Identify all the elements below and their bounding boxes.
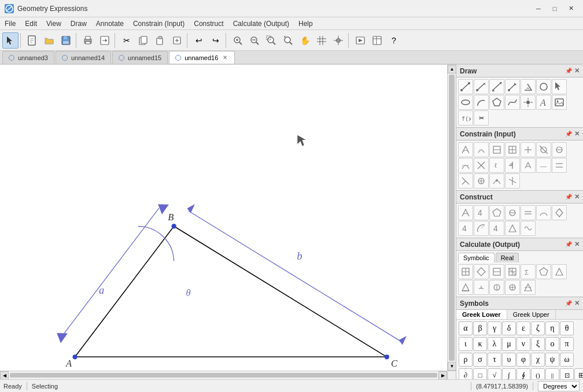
- constrain-tool-5[interactable]: [521, 142, 536, 157]
- toolbar-open[interactable]: [41, 32, 57, 49]
- construct-tool-6[interactable]: [536, 205, 551, 220]
- maximize-button[interactable]: □: [547, 3, 562, 14]
- sym-parens[interactable]: (): [531, 368, 545, 379]
- calc-tool-12[interactable]: [521, 280, 536, 295]
- sym-tau[interactable]: τ: [488, 353, 501, 367]
- sym-rho[interactable]: ρ: [459, 353, 473, 367]
- calc-tool-8[interactable]: [458, 280, 473, 295]
- toolbar-undo[interactable]: ↩: [191, 32, 207, 49]
- construct-tool-8[interactable]: 4: [458, 221, 473, 236]
- calculate-panel-pin[interactable]: 📌: [565, 241, 572, 247]
- sym-phi[interactable]: φ: [516, 353, 530, 367]
- draw-tool-ray[interactable]: [474, 79, 489, 94]
- sym-xi[interactable]: ξ: [531, 337, 545, 351]
- menu-edit[interactable]: Edit: [20, 17, 42, 29]
- calc-tool-5[interactable]: Σ: [521, 264, 536, 279]
- draw-tool-angle[interactable]: [521, 79, 536, 94]
- draw-tool-segment[interactable]: [458, 79, 473, 94]
- sym-sigma[interactable]: σ: [473, 353, 487, 367]
- constrain-tool-15[interactable]: [458, 173, 473, 188]
- sym-delta[interactable]: δ: [502, 321, 516, 335]
- sym-tab-greek-upper[interactable]: Greek Upper: [507, 310, 556, 319]
- constrain-panel-close[interactable]: ✕: [574, 130, 580, 138]
- sym-iota[interactable]: ι: [459, 337, 473, 351]
- sym-psi[interactable]: ψ: [545, 353, 559, 367]
- calc-tool-4[interactable]: [505, 264, 520, 279]
- construct-tool-10[interactable]: 4: [489, 221, 504, 236]
- sym-omega[interactable]: ω: [560, 353, 574, 367]
- symbols-panel-pin[interactable]: 📌: [565, 300, 572, 306]
- construct-tool-12[interactable]: [521, 221, 536, 236]
- draw-panel-pin[interactable]: 📌: [565, 68, 572, 74]
- draw-tool-vector[interactable]: [505, 79, 520, 94]
- tab-unnamed3[interactable]: unnamed3: [2, 51, 54, 64]
- draw-tool-point[interactable]: [521, 95, 536, 110]
- draw-tool-circle[interactable]: [536, 79, 551, 94]
- toolbar-select[interactable]: [2, 32, 19, 49]
- menu-annotate[interactable]: Annotate: [91, 17, 128, 29]
- constrain-tool-8[interactable]: [458, 158, 473, 173]
- calc-tool-9[interactable]: [474, 280, 489, 295]
- calc-tool-10[interactable]: [489, 280, 504, 295]
- constrain-tool-14[interactable]: [552, 158, 567, 173]
- symbols-panel-close[interactable]: ✕: [574, 299, 580, 307]
- toolbar-grid[interactable]: [313, 32, 330, 49]
- sym-matrix[interactable]: ⊡: [560, 368, 574, 379]
- menu-help[interactable]: Help: [294, 17, 318, 29]
- draw-tool-spline[interactable]: [505, 95, 520, 110]
- menu-constrain[interactable]: Constrain (Input): [128, 17, 189, 29]
- constrain-tool-1[interactable]: [458, 142, 473, 157]
- menu-calculate[interactable]: Calculate (Output): [228, 17, 294, 29]
- draw-tool-image[interactable]: [552, 95, 567, 110]
- sym-mu[interactable]: μ: [502, 337, 516, 351]
- sym-square[interactable]: □: [473, 368, 487, 379]
- tab-unnamed16[interactable]: unnamed16 ✕: [169, 51, 235, 64]
- calc-tool-2[interactable]: [474, 264, 489, 279]
- draw-tool-text[interactable]: A: [536, 95, 551, 110]
- construct-panel-pin[interactable]: 📌: [565, 194, 572, 200]
- draw-panel-close[interactable]: ✕: [574, 67, 580, 75]
- constrain-tool-17[interactable]: [489, 173, 504, 188]
- scroll-right-arrow[interactable]: ▶: [438, 371, 447, 380]
- draw-tool-poly[interactable]: [489, 95, 504, 110]
- draw-tool-line[interactable]: [489, 79, 504, 94]
- toolbar-export[interactable]: [97, 32, 113, 49]
- toolbar-new[interactable]: [24, 32, 40, 49]
- sym-contour[interactable]: ∮: [516, 368, 530, 379]
- constrain-tool-13[interactable]: —: [536, 158, 551, 173]
- construct-tool-9[interactable]: [474, 221, 489, 236]
- calc-tab-symbolic[interactable]: Symbolic: [458, 253, 495, 262]
- menu-view[interactable]: View: [42, 17, 66, 29]
- toolbar-snap[interactable]: [330, 32, 346, 49]
- draw-tool-function[interactable]: f(x): [458, 110, 473, 125]
- toolbar-cut[interactable]: ✂: [119, 32, 135, 49]
- draw-tool-arrow[interactable]: [552, 79, 567, 94]
- geometry-canvas[interactable]: A B C a b θ: [0, 65, 456, 379]
- toolbar-animate[interactable]: [352, 32, 368, 49]
- toolbar-save[interactable]: [58, 32, 74, 49]
- scroll-down-arrow[interactable]: ▼: [448, 362, 456, 371]
- sym-partial[interactable]: ∂: [459, 368, 473, 379]
- menu-draw[interactable]: Draw: [66, 17, 91, 29]
- scrollbar-vertical[interactable]: ▲ ▼: [447, 65, 456, 371]
- sym-epsilon[interactable]: ε: [516, 321, 530, 335]
- scroll-thumb-y[interactable]: [449, 75, 455, 361]
- sym-sqrt[interactable]: √: [488, 368, 501, 379]
- menu-file[interactable]: File: [0, 17, 20, 29]
- construct-tool-11[interactable]: [505, 221, 520, 236]
- scroll-thumb-x[interactable]: [10, 373, 437, 378]
- scroll-up-arrow[interactable]: ▲: [448, 65, 456, 73]
- toolbar-pan[interactable]: ✋: [297, 32, 313, 49]
- constrain-tool-6[interactable]: [536, 142, 551, 157]
- toolbar-zoom-out[interactable]: [246, 32, 263, 49]
- toolbar-special[interactable]: [169, 32, 185, 49]
- tab-unnamed14[interactable]: unnamed14: [56, 51, 111, 64]
- constrain-tool-4[interactable]: [505, 142, 520, 157]
- construct-panel-close[interactable]: ✕: [574, 193, 580, 201]
- sym-zeta[interactable]: ζ: [531, 321, 545, 335]
- toolbar-zoom-full[interactable]: [280, 32, 296, 49]
- calc-tool-1[interactable]: [458, 264, 473, 279]
- toolbar-table[interactable]: [369, 32, 385, 49]
- sym-pi[interactable]: π: [560, 337, 574, 351]
- menu-construct[interactable]: Construct: [189, 17, 228, 29]
